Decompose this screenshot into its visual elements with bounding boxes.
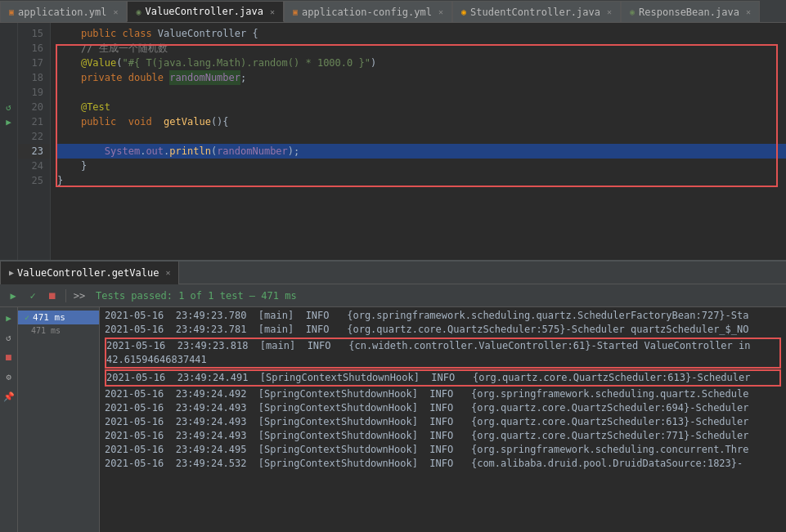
line-num-21: 21 (18, 114, 50, 129)
editor-gutter-left: ↺ ▶ (0, 23, 18, 260)
line-num-16: 16 (18, 41, 50, 56)
tab-value-controller[interactable]: ◉ ValueController.java ✕ (127, 1, 284, 22)
test-sidebar-item[interactable]: ✓ 471 ms (18, 311, 99, 324)
code-line-24: } (57, 159, 786, 173)
tab-label: ResponseBean.java (639, 7, 739, 18)
tab-student-controller[interactable]: ◉ StudentController.java ✕ (452, 1, 621, 22)
java-icon: ◉ (630, 7, 635, 16)
run-button[interactable]: ▶ (5, 288, 21, 304)
console-line-9: 2021-05-16 23:49:24.493 [SpringContextSh… (105, 429, 781, 443)
tab-bar: ▣ application.yml ✕ ◉ ValueController.ja… (0, 0, 786, 23)
console-line-5: 2021-05-16 23:49:24.491 [SpringContextSh… (106, 371, 779, 385)
code-line-20: @Test (57, 100, 786, 114)
gutter-slot-21[interactable]: ▶ (0, 114, 17, 129)
console-highlight-group-2: 2021-05-16 23:49:24.491 [SpringContextSh… (105, 369, 781, 387)
gutter-slot-19 (0, 85, 17, 100)
tab-close-btn[interactable]: ✕ (113, 7, 118, 16)
gutter-slot-24 (0, 159, 17, 173)
tab-close-btn[interactable]: ✕ (438, 7, 443, 16)
code-editor[interactable]: public class ValueController { // 生成一个随机… (51, 23, 786, 260)
gutter-slot-20[interactable]: ↺ (0, 100, 17, 114)
line-num-20: 20 (18, 100, 50, 114)
code-line-23: System.out.println(randomNumber); (57, 144, 786, 159)
run-action-bar: ▶ ↺ ⏹ ⚙ 📌 (0, 307, 18, 532)
code-line-25: } (57, 173, 786, 188)
tab-close-btn[interactable]: ✕ (746, 7, 751, 16)
line-num-25: 25 (18, 173, 50, 188)
tab-label: application.yml (18, 7, 106, 18)
console-line-4: 42.61594646837441 (106, 353, 779, 367)
console-line-3: 2021-05-16 23:49:23.818 [main] INFO {cn.… (106, 339, 779, 353)
run-tab-close[interactable]: ✕ (165, 268, 170, 277)
java-orange-icon: ◉ (461, 7, 466, 16)
tab-label: StudentController.java (470, 7, 600, 18)
run-tab-bar: ▶ ValueController.getValue ✕ (0, 262, 786, 284)
code-line-15: public class ValueController { (57, 26, 786, 41)
console-line-2: 2021-05-16 23:49:23.781 [main] INFO {org… (105, 323, 781, 337)
run-test-sidebar: ✓ 471 ms 471 ms (18, 307, 100, 532)
code-line-16: // 生成一个随机数 (57, 41, 786, 56)
check-icon: ✓ (25, 313, 29, 322)
toolbar-separator (65, 289, 66, 302)
console-highlight-group: 2021-05-16 23:49:23.818 [main] INFO {cn.… (105, 338, 781, 369)
line-num-18: 18 (18, 70, 50, 85)
settings-action-btn[interactable]: ⚙ (2, 369, 16, 384)
run-panel: ▶ ValueController.getValue ✕ ▶ ✓ ⏹ >> Te… (0, 260, 786, 532)
run-tab-label: ValueController.getValue (17, 267, 159, 279)
rerun-action-btn[interactable]: ↺ (2, 330, 16, 345)
console-output[interactable]: 2021-05-16 23:49:23.780 [main] INFO {org… (100, 307, 786, 532)
tab-label: application-config.yml (302, 7, 432, 18)
code-line-19 (57, 85, 786, 100)
code-line-21: public void getValue(){ (57, 114, 786, 129)
gutter-slot-15 (0, 26, 17, 41)
line-num-19: 19 (18, 85, 50, 100)
console-line-11: 2021-05-16 23:49:24.532 [SpringContextSh… (105, 457, 781, 471)
editor-section: ↺ ▶ 15 16 17 18 19 20 21 22 23 24 25 (0, 23, 786, 260)
gutter-slot-17 (0, 56, 17, 70)
tab-application-yml[interactable]: ▣ application.yml ✕ (0, 1, 127, 22)
tests-passed-text: Tests passed: 1 of 1 test – 471 ms (96, 290, 297, 302)
tab-label: ValueController.java (145, 6, 263, 17)
yaml-icon: ▣ (293, 7, 298, 16)
line-num-23: 23 (18, 144, 50, 159)
check-button[interactable]: ✓ (25, 288, 41, 304)
line-num-22: 22 (18, 129, 50, 144)
more-button[interactable]: >> (71, 288, 88, 304)
code-line-22 (57, 129, 786, 144)
gutter-slot-22 (0, 129, 17, 144)
line-num-15: 15 (18, 26, 50, 41)
tab-close-btn[interactable]: ✕ (607, 7, 612, 16)
gutter-slot-25 (0, 173, 17, 188)
pin-action-btn[interactable]: 📌 (2, 389, 16, 404)
code-line-18: private double randomNumber; (57, 70, 786, 85)
play-action-btn[interactable]: ▶ (2, 311, 16, 325)
yaml-icon: ▣ (9, 7, 14, 16)
console-line-6: 2021-05-16 23:49:24.492 [SpringContextSh… (105, 387, 781, 401)
gutter-slot-18 (0, 70, 17, 85)
console-line-10: 2021-05-16 23:49:24.495 [SpringContextSh… (105, 443, 781, 457)
line-numbers: 15 16 17 18 19 20 21 22 23 24 25 (18, 23, 51, 260)
line-num-17: 17 (18, 56, 50, 70)
code-line-17: @Value("#{ T(java.lang.Math).random() * … (57, 56, 786, 70)
console-line-7: 2021-05-16 23:49:24.493 [SpringContextSh… (105, 401, 781, 415)
tab-application-config-yml[interactable]: ▣ application-config.yml ✕ (284, 1, 452, 22)
test-sidebar-time: 471 ms (18, 324, 99, 337)
tab-close-btn[interactable]: ✕ (270, 7, 275, 16)
main-container: ↺ ▶ 15 16 17 18 19 20 21 22 23 24 25 (0, 23, 786, 532)
run-tab-value-controller[interactable]: ▶ ValueController.getValue ✕ (0, 262, 179, 284)
gutter-slot-23 (0, 144, 17, 159)
tab-response-bean[interactable]: ◉ ResponseBean.java ✕ (621, 1, 760, 22)
run-content: ▶ ↺ ⏹ ⚙ 📌 ✓ 471 ms 471 ms 2021-05-16 (0, 307, 786, 532)
run-icon: ▶ (9, 268, 14, 277)
stop-button[interactable]: ⏹ (44, 288, 61, 304)
sidebar-test-label: 471 ms (33, 312, 65, 323)
stop-action-btn[interactable]: ⏹ (2, 350, 16, 364)
console-line-1: 2021-05-16 23:49:23.780 [main] INFO {org… (105, 309, 781, 323)
gutter-slot-16 (0, 41, 17, 56)
java-icon: ◉ (136, 7, 141, 16)
console-line-8: 2021-05-16 23:49:24.493 [SpringContextSh… (105, 415, 781, 429)
run-toolbar: ▶ ✓ ⏹ >> Tests passed: 1 of 1 test – 471… (0, 284, 786, 307)
line-num-24: 24 (18, 159, 50, 173)
